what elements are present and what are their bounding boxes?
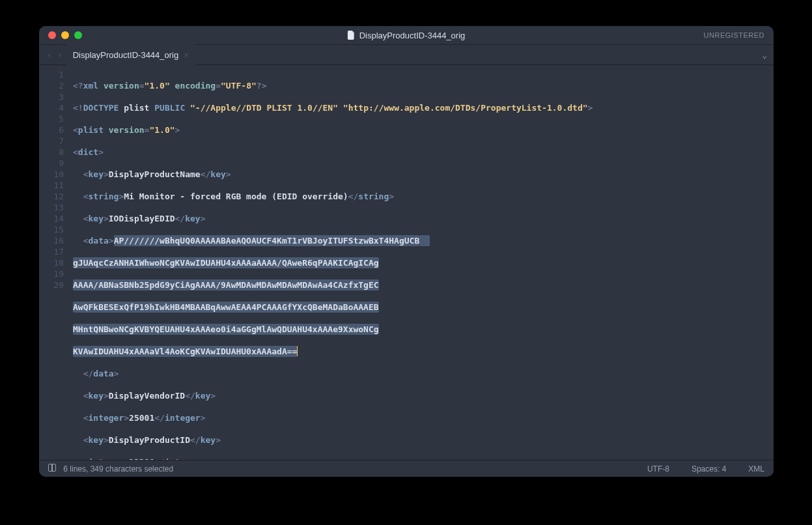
encoding-indicator[interactable]: UTF-8: [647, 464, 669, 474]
close-window-button[interactable]: [48, 31, 56, 39]
text-cursor: [297, 346, 298, 356]
minimize-window-button[interactable]: [61, 31, 69, 39]
tab-bar: ‹ › DisplayProductID-3444_orig × ⌄: [39, 44, 774, 65]
traffic-lights: [39, 31, 82, 39]
nav-back-icon[interactable]: ‹: [47, 50, 52, 60]
editor-area[interactable]: 12345678910 11121314151617181920 <?xml v…: [39, 65, 774, 460]
window-title: DisplayProductID-3444_orig: [348, 31, 466, 40]
tab-overflow-icon[interactable]: ⌄: [762, 50, 767, 60]
close-tab-icon[interactable]: ×: [184, 50, 189, 60]
status-left: 6 lines, 349 characters selected: [48, 464, 173, 474]
tab-history-nav: ‹ ›: [43, 50, 66, 60]
line-number-gutter: 12345678910 11121314151617181920: [39, 65, 70, 460]
code-content[interactable]: <?xml version="1.0" encoding="UTF-8"?> <…: [70, 65, 774, 460]
document-icon: [348, 31, 356, 40]
titlebar: DisplayProductID-3444_orig UNREGISTERED: [39, 26, 774, 44]
window-title-text: DisplayProductID-3444_orig: [359, 31, 466, 40]
nav-forward-icon[interactable]: ›: [57, 50, 63, 60]
unregistered-label: UNREGISTERED: [704, 31, 764, 39]
zoom-window-button[interactable]: [74, 31, 82, 39]
status-right: UTF-8 Spaces: 4 XML: [647, 464, 764, 474]
file-tab[interactable]: DisplayProductID-3444_orig ×: [66, 44, 195, 65]
editor-window: DisplayProductID-3444_orig UNREGISTERED …: [39, 26, 774, 477]
tab-label: DisplayProductID-3444_orig: [73, 50, 179, 60]
syntax-indicator[interactable]: XML: [748, 464, 764, 474]
sidebar-toggle-icon[interactable]: [48, 464, 56, 472]
selection-info: 6 lines, 349 characters selected: [63, 464, 173, 474]
indentation-indicator[interactable]: Spaces: 4: [692, 464, 726, 474]
status-bar: 6 lines, 349 characters selected UTF-8 S…: [39, 460, 774, 477]
